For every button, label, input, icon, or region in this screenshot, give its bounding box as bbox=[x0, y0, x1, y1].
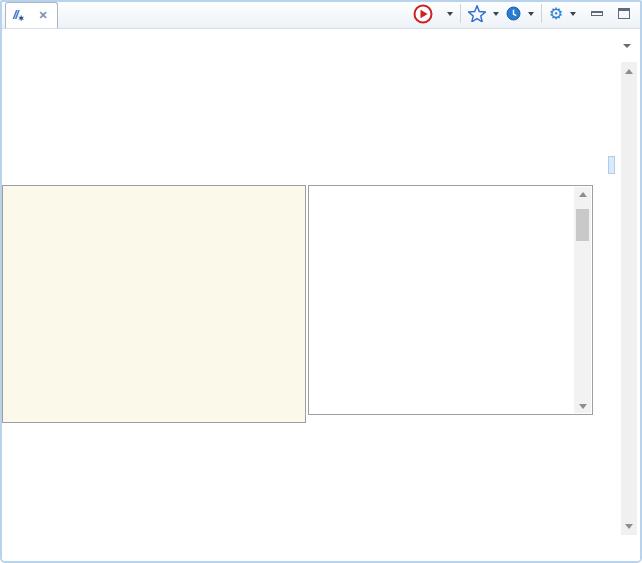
toolbar-separator bbox=[460, 4, 461, 23]
xpath-xquery-builder-view: //✶ ✕ ⚙ bbox=[0, 0, 642, 563]
close-icon[interactable]: ✕ bbox=[38, 9, 47, 22]
favorites-star-icon[interactable] bbox=[468, 5, 486, 22]
version-dropdown-icon[interactable] bbox=[447, 12, 453, 16]
annotation-marker[interactable] bbox=[608, 156, 615, 174]
scroll-up-icon[interactable] bbox=[621, 64, 637, 78]
scope-row bbox=[2, 29, 640, 62]
history-dropdown-icon[interactable] bbox=[528, 12, 534, 16]
run-icon[interactable] bbox=[413, 4, 433, 24]
editor-scrollbar[interactable] bbox=[621, 62, 637, 535]
settings-gear-icon[interactable]: ⚙ bbox=[549, 6, 563, 22]
settings-dropdown-icon[interactable] bbox=[570, 12, 576, 16]
scrollbar-thumb[interactable] bbox=[576, 209, 589, 241]
scroll-down-icon[interactable] bbox=[621, 519, 637, 533]
completion-list bbox=[310, 187, 574, 413]
scroll-down-icon[interactable] bbox=[574, 399, 591, 413]
maximize-icon[interactable] bbox=[618, 8, 630, 19]
view-toolbar: ⚙ bbox=[413, 4, 640, 27]
toolbar-separator bbox=[541, 4, 542, 23]
history-clock-icon[interactable] bbox=[506, 6, 521, 21]
minimize-icon[interactable] bbox=[591, 11, 603, 16]
tab-xpath-xquery-builder[interactable]: //✶ ✕ bbox=[5, 2, 58, 28]
xpath-builder-icon: //✶ bbox=[13, 8, 24, 23]
tab-bar: //✶ ✕ ⚙ bbox=[2, 2, 640, 29]
function-doc-tooltip bbox=[2, 185, 306, 423]
xquery-editor[interactable] bbox=[2, 62, 640, 561]
scroll-up-icon[interactable] bbox=[574, 187, 591, 201]
scope-dropdown-icon[interactable] bbox=[623, 44, 631, 48]
favorites-dropdown-icon[interactable] bbox=[493, 12, 499, 16]
content-completion-popup bbox=[308, 185, 593, 415]
completion-scrollbar[interactable] bbox=[574, 187, 591, 413]
